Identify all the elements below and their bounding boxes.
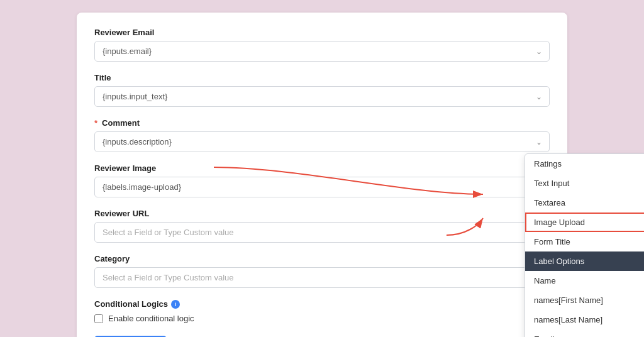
- reviewer-url-select-wrapper: Select a Field or Type Custom value ⌄: [94, 222, 550, 243]
- reviewer-url-select[interactable]: Select a Field or Type Custom value: [94, 222, 550, 243]
- title-select-wrapper: {inputs.input_text} ⌄: [94, 86, 550, 107]
- reviewer-email-group: Reviewer Email {inputs.email} ⌄: [94, 28, 550, 62]
- title-label-text: Title: [94, 73, 111, 82]
- dropdown-item-3[interactable]: Image Upload: [525, 213, 644, 232]
- conditional-label: Conditional Logics i: [94, 299, 550, 309]
- category-label-text: Category: [94, 254, 130, 263]
- category-label: Category: [94, 254, 550, 263]
- title-label: Title: [94, 73, 550, 82]
- dropdown-item-5[interactable]: Label Options: [525, 251, 644, 271]
- conditional-info-icon[interactable]: i: [171, 300, 180, 309]
- reviewer-image-group: Reviewer Image {labels.image-upload} ⌄: [94, 163, 550, 197]
- title-group: Title {inputs.input_text} ⌄: [94, 73, 550, 107]
- dropdown-item-1[interactable]: Text Input: [525, 174, 644, 193]
- dropdown-item-7[interactable]: names[First Name]: [525, 290, 644, 310]
- category-select[interactable]: Select a Field or Type Custom value: [94, 267, 550, 288]
- dropdown-item-8[interactable]: names[Last Name]: [525, 310, 644, 329]
- reviewer-image-select[interactable]: {labels.image-upload}: [94, 177, 550, 197]
- dropdown-item-2[interactable]: Textarea: [525, 193, 644, 213]
- dropdown-menu: RatingsText InputTextareaImage UploadFor…: [525, 153, 644, 337]
- dropdown-item-4[interactable]: Form Title: [525, 232, 644, 251]
- conditional-checkbox-label[interactable]: Enable conditional logic: [108, 314, 194, 323]
- main-panel: Reviewer Email {inputs.email} ⌄ Title {i…: [77, 13, 567, 337]
- comment-group: * Comment {inputs.description} ⌄: [94, 118, 550, 152]
- reviewer-url-group: Reviewer URL Select a Field or Type Cust…: [94, 209, 550, 243]
- conditional-checkbox[interactable]: [94, 314, 103, 323]
- comment-label-text: Comment: [102, 118, 140, 128]
- reviewer-url-label-text: Reviewer URL: [94, 209, 149, 218]
- dropdown-item-9[interactable]: Email: [525, 329, 644, 337]
- reviewer-image-label-text: Reviewer Image: [94, 163, 156, 173]
- conditional-checkbox-row: Enable conditional logic: [94, 314, 550, 323]
- required-marker: *: [94, 118, 97, 128]
- reviewer-email-select[interactable]: {inputs.email}: [94, 41, 550, 62]
- conditional-section: Conditional Logics i Enable conditional …: [94, 299, 550, 323]
- reviewer-image-label: Reviewer Image: [94, 163, 550, 173]
- category-select-wrapper: Select a Field or Type Custom value ⌄: [94, 267, 550, 288]
- comment-select-wrapper: {inputs.description} ⌄: [94, 131, 550, 152]
- comment-label: * Comment: [94, 118, 550, 128]
- comment-select[interactable]: {inputs.description}: [94, 131, 550, 152]
- category-group: Category Select a Field or Type Custom v…: [94, 254, 550, 288]
- dropdown-item-6[interactable]: Name: [525, 271, 644, 290]
- conditional-label-text: Conditional Logics: [94, 299, 168, 309]
- reviewer-image-select-wrapper: {labels.image-upload} ⌄: [94, 177, 550, 197]
- title-select[interactable]: {inputs.input_text}: [94, 86, 550, 107]
- reviewer-url-label: Reviewer URL: [94, 209, 550, 218]
- reviewer-email-label: Reviewer Email: [94, 28, 550, 37]
- reviewer-email-label-text: Reviewer Email: [94, 28, 154, 37]
- dropdown-item-0[interactable]: Ratings: [525, 154, 644, 174]
- reviewer-email-select-wrapper: {inputs.email} ⌄: [94, 41, 550, 62]
